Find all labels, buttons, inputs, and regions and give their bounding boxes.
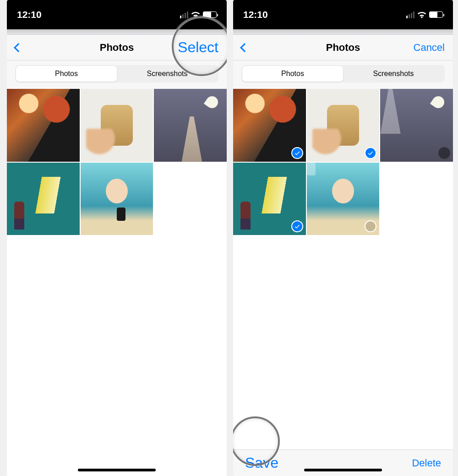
status-time: 12:10	[243, 9, 268, 20]
photo-grid	[7, 89, 227, 235]
navigation-bar: Photos Select	[7, 35, 227, 60]
photo-grid	[233, 89, 453, 235]
segment-photos[interactable]: Photos	[242, 66, 343, 82]
home-indicator[interactable]	[78, 469, 156, 471]
photo-thumbnail[interactable]	[233, 89, 306, 162]
phone-screen-right: 12:10 Photos Cancel Photos Screenshots	[233, 0, 453, 476]
delete-button[interactable]: Delete	[412, 457, 441, 469]
save-button[interactable]: Save	[245, 454, 278, 471]
back-button[interactable]	[15, 42, 22, 54]
segmented-control: Photos Screenshots	[241, 65, 445, 82]
photo-thumbnail[interactable]	[307, 89, 380, 162]
home-indicator[interactable]	[304, 469, 382, 471]
sheet-background-peek	[7, 29, 227, 35]
photo-thumbnail[interactable]	[81, 163, 153, 235]
bottom-toolbar: Save Delete	[233, 449, 453, 476]
status-indicators	[406, 11, 443, 18]
segmented-control-wrap: Photos Screenshots	[7, 60, 227, 89]
chevron-left-icon	[14, 43, 23, 52]
photo-thumbnail[interactable]	[7, 89, 80, 162]
empty-area	[7, 235, 227, 476]
wifi-icon	[191, 11, 200, 18]
wifi-icon	[417, 11, 426, 18]
battery-icon	[429, 11, 443, 18]
cellular-signal-icon	[180, 11, 188, 18]
cancel-button[interactable]: Cancel	[414, 42, 445, 54]
status-bar: 12:10	[7, 0, 227, 29]
status-time: 12:10	[17, 9, 42, 20]
segmented-control: Photos Screenshots	[15, 65, 218, 82]
photo-thumbnail[interactable]	[307, 163, 380, 235]
selection-empty-icon	[365, 220, 376, 232]
chevron-left-icon	[240, 43, 249, 52]
battery-icon	[203, 11, 217, 18]
select-button[interactable]: Select	[178, 39, 218, 56]
photo-thumbnail[interactable]	[154, 89, 227, 162]
segment-screenshots[interactable]: Screenshots	[343, 66, 444, 82]
phone-screen-left: 12:10 Photos Select Photos Screenshots	[7, 0, 227, 476]
selection-checkmark-icon	[291, 220, 303, 232]
selection-checkmark-icon	[291, 147, 303, 159]
status-bar: 12:10	[233, 0, 453, 29]
navigation-bar: Photos Cancel	[233, 35, 453, 60]
photo-thumbnail[interactable]	[81, 89, 153, 162]
back-button[interactable]	[241, 42, 248, 54]
photo-thumbnail[interactable]	[380, 89, 453, 162]
selection-checkmark-icon	[365, 147, 376, 159]
photo-thumbnail[interactable]	[233, 163, 306, 235]
sheet-background-peek	[233, 29, 453, 35]
empty-area	[233, 235, 453, 449]
status-indicators	[180, 11, 217, 18]
cellular-signal-icon	[406, 11, 414, 18]
selection-empty-icon	[438, 147, 450, 159]
segmented-control-wrap: Photos Screenshots	[233, 60, 453, 89]
photo-thumbnail[interactable]	[7, 163, 80, 235]
segment-screenshots[interactable]: Screenshots	[117, 66, 218, 82]
segment-photos[interactable]: Photos	[16, 66, 117, 82]
